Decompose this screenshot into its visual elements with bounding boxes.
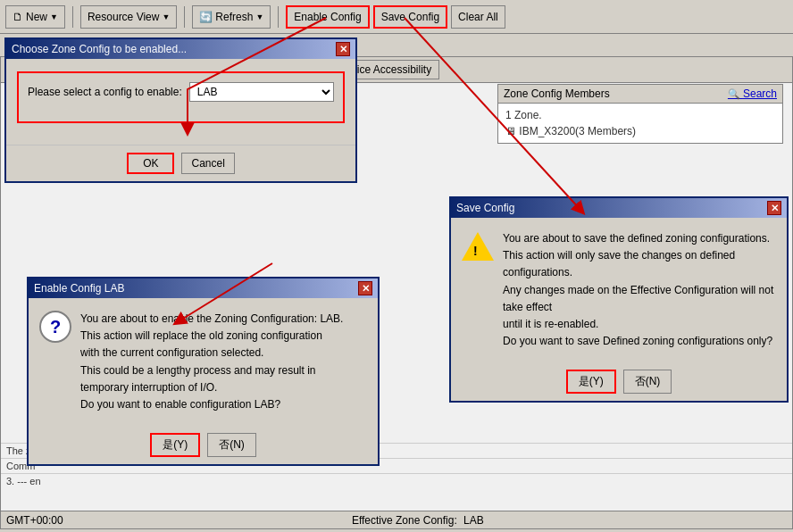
enable-config-titlebar: Enable Config LAB ✕ [29,278,378,298]
timezone-label: GMT+00:00 [6,514,63,527]
choose-zone-close-button[interactable]: ✕ [336,42,350,56]
enable-line4: This could be a lengthy process and may … [80,362,343,379]
warning-triangle [462,232,494,261]
member-item-row: 🖥 IBM_X3200(3 Members) [502,123,779,139]
choose-zone-cancel-button[interactable]: Cancel [181,153,234,174]
enable-config-text: You are about to enable the Zoning Confi… [80,311,343,413]
main-toolbar: 🗋 New ▼ Resource View ▼ 🔄 Refresh ▼ Enab… [0,0,793,34]
enable-config-close-button[interactable]: ✕ [358,281,372,295]
enable-config-body: ? You are about to enable the Zoning Con… [29,298,378,426]
question-icon: ? [39,311,71,343]
save-config-footer: 是(Y) 否(N) [451,362,787,401]
enable-config-footer: 是(Y) 否(N) [29,426,378,464]
save-line3: Any changes made on the Effective Config… [503,282,776,316]
separator1 [72,6,73,28]
choose-zone-body: Please select a config to enable: LAB [6,59,355,145]
save-line1: You are about to save the defined zoning… [503,230,776,247]
enable-line1: You are about to enable the Zoning Confi… [80,311,343,328]
choose-zone-title: Choose Zone Config to be enabled... [12,43,187,55]
save-config-body: You are about to save the defined zoning… [451,218,787,362]
new-label: New [26,11,47,23]
status-bar: GMT+00:00 Effective Zone Config: LAB [1,511,792,528]
enable-config-no-button[interactable]: 否(N) [207,433,256,457]
save-config-text: You are about to save the defined zoning… [503,230,776,350]
enable-config-label: Enable Config [294,11,361,23]
clear-all-button[interactable]: Clear All [451,5,505,29]
search-link[interactable]: 🔍 Search [728,87,777,100]
enable-config-title: Enable Config LAB [34,282,124,295]
save-config-yes-button[interactable]: 是(Y) [566,370,616,394]
refresh-arrow[interactable]: ▼ [255,12,263,21]
members-panel: Zone Config Members 🔍 Search 1 Zone. 🖥 I… [497,84,783,144]
save-config-title: Save Config [456,202,514,214]
warning-icon [462,230,494,262]
bottom-row-3: 3. --- en [1,473,792,488]
config-select-label: Please select a config to enable: [28,86,182,98]
enable-line2: This action will replace the old zoning … [80,328,343,345]
choose-zone-ok-button[interactable]: OK [127,153,174,174]
enable-line3: with the current configuration selected. [80,345,343,362]
members-body: 1 Zone. 🖥 IBM_X3200(3 Members) [498,104,782,143]
refresh-icon: 🔄 [199,11,213,23]
resource-view-button[interactable]: Resource View ▼ [80,5,177,29]
new-icon: 🗋 [13,11,23,23]
separator2 [184,6,185,28]
choose-zone-dialog-titlebar: Choose Zone Config to be enabled... ✕ [6,39,355,59]
clear-all-label: Clear All [458,11,498,23]
enable-line6: Do you want to enable configuration LAB? [80,396,343,413]
dialog-choose-zone-config: Choose Zone Config to be enabled... ✕ Pl… [4,37,357,183]
config-select-row: Please select a config to enable: LAB [28,82,334,102]
new-dropdown-arrow[interactable]: ▼ [50,12,58,21]
effective-zone-area: Effective Zone Config: LAB [352,514,484,527]
config-select-box: Please select a config to enable: LAB [17,71,345,123]
members-title: Zone Config Members [504,87,610,100]
enable-config-button[interactable]: Enable Config [286,5,369,29]
enable-config-yes-button[interactable]: 是(Y) [150,433,200,457]
effective-value: LAB [463,514,484,527]
save-line2: This action will only save the changes o… [503,247,776,281]
resource-view-label: Resource View [88,11,159,23]
save-line4: until it is re-enabled. [503,316,776,333]
resource-view-arrow[interactable]: ▼ [162,12,170,21]
new-button[interactable]: 🗋 New ▼ [5,5,65,29]
members-header: Zone Config Members 🔍 Search [498,85,782,104]
save-config-close-button[interactable]: ✕ [767,201,781,215]
enable-line5: temporary interruption of I/O. [80,379,343,396]
refresh-button[interactable]: 🔄 Refresh ▼ [192,5,271,29]
separator3 [278,6,279,28]
config-select-dropdown[interactable]: LAB [189,82,334,102]
choose-zone-footer: OK Cancel [6,145,355,181]
computer-icon: 🖥 [505,125,519,137]
zone-count-row: 1 Zone. [502,107,779,123]
refresh-label: Refresh [215,11,253,23]
save-line5: Do you want to save Defined zoning confi… [503,333,776,350]
save-config-label: Save Config [381,11,439,23]
dialog-save-config: Save Config ✕ You are about to save the … [449,196,789,403]
save-config-button[interactable]: Save Config [373,5,447,29]
save-config-titlebar: Save Config ✕ [451,198,787,218]
save-config-no-button[interactable]: 否(N) [623,370,672,394]
effective-label: Effective Zone Config: [352,514,457,527]
dialog-enable-config: Enable Config LAB ✕ ? You are about to e… [27,277,380,466]
